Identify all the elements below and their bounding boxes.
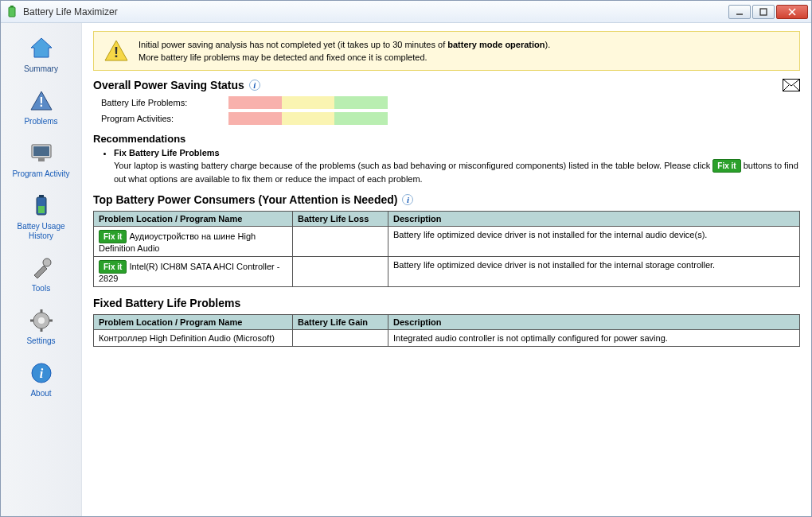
status-rows: Battery Life Problems: Program Activitie… (101, 96, 800, 125)
battery-gain (293, 330, 388, 347)
status-bar (228, 112, 388, 125)
problem-desc: Battery life optimized device driver is … (388, 227, 800, 257)
svg-rect-14 (38, 206, 45, 213)
col-loss: Battery Life Loss (293, 212, 388, 227)
status-label: Program Activities: (101, 114, 221, 123)
top-consumers-table: Problem Location / Program Name Battery … (93, 211, 800, 287)
battery-loss (293, 227, 388, 257)
sidebar-item-label: Program Activity (12, 169, 69, 179)
svg-rect-10 (33, 146, 49, 156)
tools-icon (27, 254, 56, 282)
top-consumers-heading: Top Battery Power Consumers (Your Attent… (93, 193, 397, 206)
svg-point-15 (43, 258, 51, 266)
fixit-badge-inline[interactable]: Fix it (712, 159, 740, 173)
sidebar-item-label: Settings (26, 336, 55, 346)
table-row: Fix it Аудиоустройство на шине High Defi… (94, 227, 800, 257)
problem-desc: Battery life optimized device driver is … (388, 257, 800, 287)
sidebar-item-settings[interactable]: Settings (6, 301, 77, 354)
sidebar-item-battery-usage[interactable]: Battey Usage History (6, 187, 77, 249)
sidebar-item-program-activity[interactable]: Program Activity (6, 134, 77, 187)
top-consumers-heading-row: Top Battery Power Consumers (Your Attent… (93, 193, 800, 206)
problem-desc: Integrated audio controller is not optim… (388, 330, 800, 347)
app-icon (6, 6, 18, 18)
maximize-button[interactable] (752, 5, 775, 19)
sidebar-item-label: Problems (24, 117, 57, 126)
sidebar-item-summary[interactable]: Summary (6, 29, 77, 82)
gear-icon (27, 306, 56, 335)
fixit-button[interactable]: Fix it (99, 230, 127, 243)
info-icon[interactable]: i (402, 194, 413, 205)
status-label: Battery Life Problems: (101, 98, 221, 107)
home-icon (27, 34, 56, 63)
col-location: Problem Location / Program Name (94, 212, 293, 227)
titlebar[interactable]: Battery Life Maximizer (1, 1, 811, 23)
notice-text: Initial power saving analysis has not co… (139, 38, 550, 64)
window-controls (728, 5, 808, 19)
notice-banner: ! Initial power saving analysis has not … (93, 31, 800, 71)
col-location: Problem Location / Program Name (94, 315, 293, 330)
info-icon[interactable]: i (249, 80, 260, 91)
sidebar-item-problems[interactable]: ! Problems (6, 82, 77, 134)
app-body: Summary ! Problems Program Activity Batt… (1, 23, 811, 516)
svg-marker-6 (31, 38, 52, 57)
svg-line-5 (789, 9, 795, 15)
sidebar-item-label: Summary (24, 64, 58, 74)
col-desc: Description (388, 212, 800, 227)
battery-icon (27, 192, 56, 220)
status-row-problems: Battery Life Problems: (101, 96, 800, 109)
sidebar: Summary ! Problems Program Activity Batt… (1, 23, 82, 516)
fixit-button[interactable]: Fix it (99, 260, 127, 274)
table-row: Контроллер High Definition Audio (Micros… (94, 330, 800, 347)
problem-name: Контроллер High Definition Audio (Micros… (94, 330, 293, 347)
svg-rect-11 (38, 158, 45, 161)
sidebar-item-label: Battey Usage History (6, 222, 77, 241)
status-heading-row: Overall Power Saving Status i (93, 79, 800, 91)
recommendations-list: Fix Battery Life Problems Your laptop is… (114, 148, 800, 185)
sidebar-item-about[interactable]: i About (6, 354, 77, 406)
main-content: ! Initial power saving analysis has not … (82, 23, 811, 516)
sidebar-item-label: Tools (32, 284, 50, 293)
svg-point-17 (38, 317, 45, 324)
info-icon: i (27, 359, 56, 387)
fixed-heading: Fixed Battery Life Problems (93, 297, 800, 309)
svg-rect-0 (9, 7, 15, 17)
svg-rect-3 (760, 9, 767, 15)
sidebar-item-tools[interactable]: Tools (6, 249, 77, 301)
status-heading: Overall Power Saving Status (93, 79, 244, 91)
svg-rect-1 (10, 6, 14, 7)
sidebar-item-label: About (30, 389, 51, 398)
battery-loss (293, 257, 388, 287)
svg-text:!: ! (114, 45, 119, 60)
col-desc: Description (388, 315, 800, 330)
status-bar (228, 96, 388, 109)
minimize-button[interactable] (728, 5, 751, 19)
warning-icon: ! (27, 87, 56, 115)
svg-text:i: i (39, 367, 43, 380)
monitor-icon (27, 139, 56, 168)
window-title: Battery Life Maximizer (23, 6, 728, 17)
close-button[interactable] (776, 5, 808, 19)
app-window: Battery Life Maximizer Summary ! Problem… (0, 0, 812, 517)
svg-line-4 (789, 9, 795, 15)
svg-rect-13 (39, 195, 44, 197)
fixed-table: Problem Location / Program Name Battery … (93, 314, 800, 347)
status-row-activities: Program Activities: (101, 112, 800, 125)
mail-icon[interactable] (783, 79, 800, 91)
recommendations-heading: Recommendations (93, 133, 800, 145)
recommendation-text: Your laptop is wasting battery charge be… (114, 159, 800, 185)
notice-warning-icon: ! (103, 38, 129, 64)
svg-text:!: ! (39, 95, 43, 109)
col-gain: Battery Life Gain (293, 315, 388, 330)
table-row: Fix it Intel(R) ICH8M SATA AHCI Controll… (94, 257, 800, 287)
recommendation-item: Fix Battery Life Problems Your laptop is… (114, 148, 800, 185)
recommendation-title: Fix Battery Life Problems (114, 148, 220, 157)
